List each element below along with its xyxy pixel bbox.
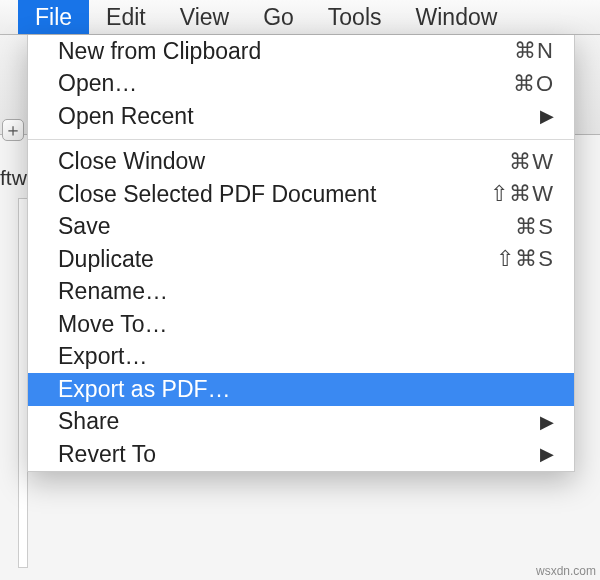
submenu-arrow-icon: ▶ [540,411,554,433]
menu-label: File [35,4,72,31]
menu-item-shortcut: ⇧⌘S [496,246,554,272]
watermark: wsxdn.com [536,564,596,578]
menu-item-shortcut: ⌘S [515,214,554,240]
menu-go[interactable]: Go [246,0,311,34]
menu-item-label: Open… [58,70,513,97]
menu-item-export-as-pdf[interactable]: Export as PDF… [28,373,574,406]
sidebar-fragment: ftw [0,163,28,193]
menu-label: Edit [106,4,146,31]
menubar: File Edit View Go Tools Window [0,0,600,35]
menu-separator [28,139,574,140]
menu-item-shortcut: ⌘W [509,149,554,175]
menu-item-label: Close Window [58,148,509,175]
menu-file[interactable]: File [18,0,89,34]
submenu-arrow-icon: ▶ [540,105,554,127]
menu-item-move-to[interactable]: Move To… [28,308,574,341]
menu-label: Tools [328,4,382,31]
menu-item-label: Duplicate [58,246,496,273]
menu-item-open-recent[interactable]: Open Recent ▶ [28,100,574,133]
menu-view[interactable]: View [163,0,246,34]
menu-item-duplicate[interactable]: Duplicate ⇧⌘S [28,243,574,276]
menu-window[interactable]: Window [399,0,515,34]
menu-item-shortcut: ⌘O [513,71,554,97]
menu-item-close-window[interactable]: Close Window ⌘W [28,146,574,179]
menu-item-close-selected-pdf[interactable]: Close Selected PDF Document ⇧⌘W [28,178,574,211]
menu-item-label: Rename… [58,278,554,305]
menu-edit[interactable]: Edit [89,0,163,34]
menu-item-label: Export as PDF… [58,376,554,403]
menu-item-revert-to[interactable]: Revert To ▶ [28,438,574,471]
menu-item-label: Revert To [58,441,540,468]
menu-item-share[interactable]: Share ▶ [28,406,574,439]
menu-item-label: Close Selected PDF Document [58,181,490,208]
file-dropdown: New from Clipboard ⌘N Open… ⌘O Open Rece… [27,35,575,472]
menu-item-label: Share [58,408,540,435]
menu-tools[interactable]: Tools [311,0,399,34]
menu-item-new-from-clipboard[interactable]: New from Clipboard ⌘N [28,35,574,68]
menu-label: View [180,4,229,31]
menu-item-label: Export… [58,343,554,370]
menu-label: Go [263,4,294,31]
add-button[interactable]: ＋ [2,119,24,141]
menu-item-label: Open Recent [58,103,540,130]
menu-item-export[interactable]: Export… [28,341,574,374]
menu-item-shortcut: ⇧⌘W [490,181,554,207]
menu-item-label: Save [58,213,515,240]
plus-icon: ＋ [4,118,22,142]
menu-item-open[interactable]: Open… ⌘O [28,68,574,101]
submenu-arrow-icon: ▶ [540,443,554,465]
menu-item-shortcut: ⌘N [514,38,554,64]
menu-item-label: Move To… [58,311,554,338]
menu-item-save[interactable]: Save ⌘S [28,211,574,244]
menu-item-rename[interactable]: Rename… [28,276,574,309]
menu-label: Window [416,4,498,31]
menu-item-label: New from Clipboard [58,38,514,65]
